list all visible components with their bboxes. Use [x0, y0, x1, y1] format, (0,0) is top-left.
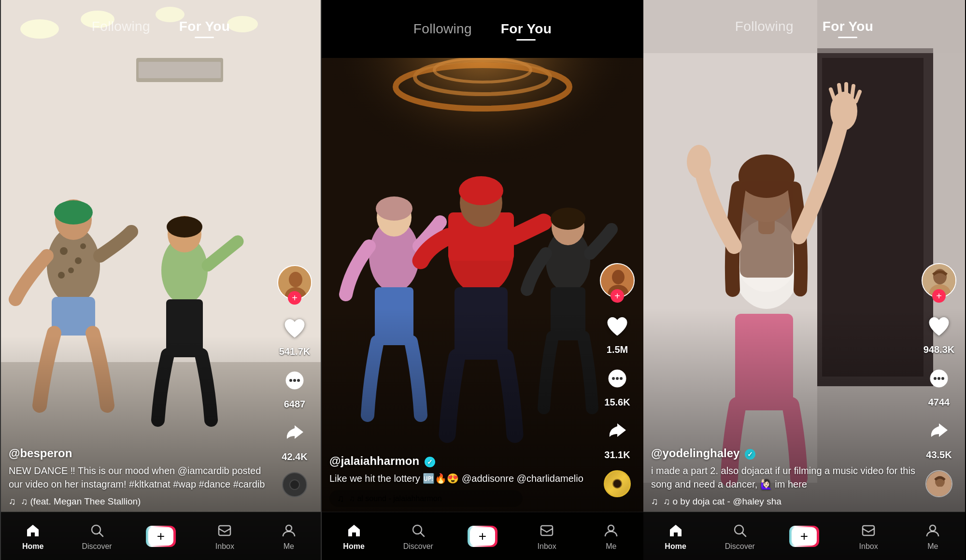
like-btn-2[interactable]: 1.5M: [603, 312, 632, 355]
plus-inner-2: +: [470, 527, 495, 546]
panel-2: Following For You + 1.5M: [322, 0, 643, 560]
svg-point-89: [938, 377, 940, 380]
bottom-nav-2: Home Discover + Inbox Me: [322, 512, 643, 560]
plus-sign-1: +: [157, 529, 165, 544]
svg-rect-96: [863, 526, 874, 535]
svg-point-90: [941, 377, 944, 380]
tab-following-3[interactable]: Following: [735, 19, 794, 34]
music-disc-1: [282, 472, 307, 497]
nav-discover-3[interactable]: Discover: [721, 522, 759, 551]
tab-following-2[interactable]: Following: [413, 21, 472, 37]
share-count-2: 31.1K: [604, 449, 630, 461]
caption-1: NEW DANCE ‼️ This is our mood when @iamc…: [9, 464, 277, 491]
svg-point-54: [612, 270, 625, 284]
nav-me-3[interactable]: Me: [913, 522, 952, 551]
like-btn-1[interactable]: 541.7K: [279, 314, 311, 357]
like-count-2: 1.5M: [607, 344, 628, 355]
nav-home-1[interactable]: Home: [14, 522, 52, 551]
username-3[interactable]: @yodelinghaley ✓: [651, 447, 922, 460]
plus-inner-3: +: [792, 527, 817, 546]
svg-point-59: [620, 377, 623, 380]
nav-discover-label-1: Discover: [82, 542, 112, 551]
tab-for-you-3[interactable]: For You: [823, 19, 873, 34]
verified-badge-3: ✓: [745, 449, 755, 460]
username-2[interactable]: @jalaiahharmon ✓: [329, 454, 600, 468]
nav-plus-3[interactable]: +: [785, 526, 824, 547]
inbox-icon-3: [860, 522, 877, 539]
inbox-icon-2: [538, 522, 555, 539]
panel-1: Following For You + 541.7K: [0, 0, 322, 560]
music-disc-2: [604, 470, 631, 497]
follow-btn-2[interactable]: +: [611, 289, 624, 303]
nav-home-label-3: Home: [665, 542, 686, 551]
sidebar-2: + 1.5M 15.6K: [600, 263, 635, 497]
svg-point-24: [289, 272, 302, 287]
nav-me-label-2: Me: [606, 542, 616, 551]
svg-point-29: [297, 379, 300, 382]
svg-line-61: [421, 533, 424, 536]
comment-count-1: 6487: [284, 399, 306, 410]
svg-point-97: [930, 525, 936, 531]
nav-me-1[interactable]: Me: [270, 522, 308, 551]
plus-btn-2[interactable]: +: [468, 526, 497, 547]
svg-rect-32: [219, 526, 230, 535]
nav-inbox-3[interactable]: Inbox: [849, 522, 888, 551]
caption-3: i made a part 2. also dojacat if ur film…: [651, 464, 922, 491]
svg-line-31: [99, 533, 103, 536]
share-count-1: 42.4K: [282, 451, 307, 462]
nav-discover-2[interactable]: Discover: [399, 522, 438, 551]
plus-btn-3[interactable]: +: [789, 526, 819, 547]
small-avatar-3: [925, 470, 952, 497]
top-nav-2: Following For You: [322, 0, 643, 58]
plus-sign-2: +: [479, 529, 486, 544]
me-icon-2: [602, 522, 620, 539]
me-icon-3: [924, 522, 941, 539]
share-btn-2[interactable]: 31.1K: [603, 418, 632, 461]
top-nav-1: Following For You: [1, 0, 321, 53]
share-btn-3[interactable]: 43.5K: [924, 418, 953, 461]
avatar-wrap-2[interactable]: +: [600, 263, 635, 298]
top-nav-3: Following For You: [643, 0, 965, 53]
panel-3: Following For You + 948.3K: [643, 0, 965, 560]
nav-me-2[interactable]: Me: [592, 522, 630, 551]
like-count-1: 541.7K: [279, 346, 311, 357]
tab-following-1[interactable]: Following: [92, 19, 150, 34]
svg-point-58: [616, 377, 619, 380]
comment-btn-3[interactable]: 4744: [924, 365, 953, 408]
nav-discover-1[interactable]: Discover: [78, 522, 116, 551]
avatar-wrap-3[interactable]: +: [922, 263, 956, 298]
nav-inbox-2[interactable]: Inbox: [527, 522, 566, 551]
comment-btn-1[interactable]: 6487: [280, 367, 309, 410]
nav-home-2[interactable]: Home: [335, 522, 373, 551]
tab-for-you-1[interactable]: For You: [179, 19, 230, 34]
music-note-1: ♫: [9, 496, 16, 507]
username-1[interactable]: @besperon: [9, 447, 277, 460]
nav-home-3[interactable]: Home: [656, 522, 695, 551]
nav-inbox-1[interactable]: Inbox: [205, 522, 244, 551]
share-btn-1[interactable]: 42.4K: [280, 420, 309, 462]
nav-home-label-1: Home: [22, 542, 43, 551]
nav-plus-2[interactable]: +: [463, 526, 502, 547]
like-count-3: 948.3K: [923, 344, 955, 355]
nav-me-label-3: Me: [927, 542, 938, 551]
avatar-wrap-1[interactable]: +: [277, 265, 312, 300]
verified-badge-2: ✓: [425, 457, 435, 467]
like-btn-3[interactable]: 948.3K: [923, 312, 955, 355]
follow-btn-3[interactable]: +: [932, 289, 946, 303]
tab-for-you-2[interactable]: For You: [501, 21, 552, 37]
nav-discover-label-2: Discover: [403, 542, 433, 551]
home-icon-2: [345, 522, 363, 539]
svg-rect-62: [541, 526, 553, 535]
nav-plus-1[interactable]: +: [142, 526, 180, 547]
nav-home-label-2: Home: [343, 542, 364, 551]
nav-discover-label-3: Discover: [725, 542, 755, 551]
plus-sign-3: +: [800, 529, 808, 544]
comment-btn-2[interactable]: 15.6K: [603, 365, 632, 408]
share-count-3: 43.5K: [926, 449, 952, 461]
plus-btn-1[interactable]: +: [146, 526, 176, 547]
music-note-2: ♫: [337, 493, 344, 504]
video-info-3: @yodelinghaley ✓ i made a part 2. also d…: [651, 447, 922, 507]
follow-btn-1[interactable]: +: [288, 291, 301, 305]
sidebar-1: + 541.7K 6487: [277, 265, 312, 497]
nav-inbox-label-2: Inbox: [538, 542, 556, 551]
